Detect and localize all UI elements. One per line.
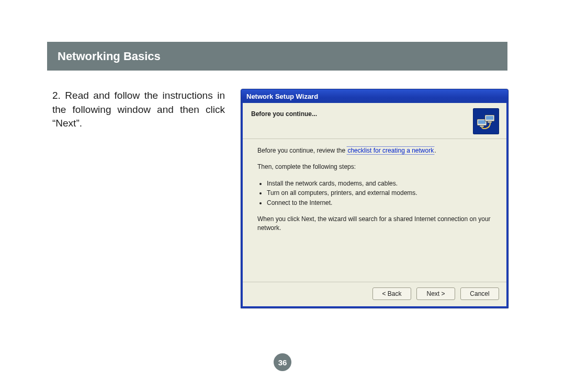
section-title: Networking Basics — [58, 50, 161, 63]
network-setup-wizard-dialog: Network Setup Wizard Before you continue… — [241, 89, 508, 308]
page-number-badge: 36 — [274, 353, 291, 371]
list-item: Connect to the Internet. — [267, 199, 494, 207]
svg-rect-2 — [480, 125, 484, 127]
section-header: Networking Basics — [47, 42, 507, 71]
svg-rect-4 — [486, 116, 493, 120]
steps-list: Install the network cards, modems, and c… — [257, 179, 494, 207]
dialog-body: Before you continue... Before you c — [243, 103, 506, 306]
network-computers-icon — [473, 108, 499, 134]
svg-rect-1 — [478, 120, 485, 124]
wizard-content: Before you continue, review the checklis… — [243, 139, 506, 282]
review-suffix: . — [434, 147, 436, 154]
list-item: Turn on all computers, printers, and ext… — [267, 189, 494, 198]
checklist-link[interactable]: checklist for creating a network — [347, 146, 434, 155]
back-button[interactable]: < Back — [372, 287, 411, 300]
page-number: 36 — [278, 358, 287, 367]
list-item: Install the network cards, modems, and c… — [267, 179, 494, 188]
back-button-label: < Back — [382, 290, 401, 297]
wizard-button-bar: < Back Next > Cancel — [243, 282, 506, 306]
wizard-footer-note: When you click Next, the wizard will sea… — [257, 215, 494, 233]
review-prefix: Before you continue, review the — [257, 147, 347, 154]
instruction-text: 2. Read and follow the instructions in t… — [52, 89, 225, 131]
wizard-subtitle: Before you continue... — [251, 110, 317, 118]
svg-rect-5 — [488, 121, 492, 123]
next-button[interactable]: Next > — [416, 287, 455, 300]
cancel-button[interactable]: Cancel — [460, 287, 499, 300]
manual-page: Networking Basics 2. Read and follow the… — [0, 0, 565, 392]
dialog-titlebar[interactable]: Network Setup Wizard — [241, 89, 508, 103]
cancel-button-label: Cancel — [470, 290, 489, 297]
review-sentence: Before you continue, review the checklis… — [257, 146, 494, 155]
dialog-title: Network Setup Wizard — [246, 93, 318, 100]
steps-intro: Then, complete the following steps: — [257, 163, 494, 171]
wizard-header: Before you continue... — [243, 103, 506, 139]
next-button-label: Next > — [426, 290, 445, 297]
